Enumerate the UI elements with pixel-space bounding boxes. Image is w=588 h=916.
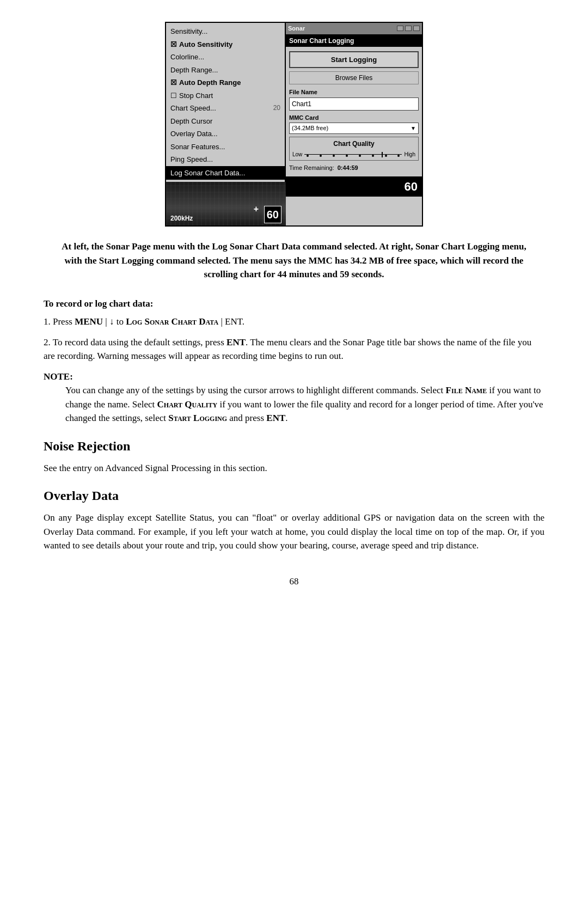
menu-item-chart-speed[interactable]: Chart Speed... 20 xyxy=(166,102,285,115)
instructions-heading: To record or log chart data: xyxy=(44,297,544,311)
time-remaining-row: Time Remaining: 0:44:59 xyxy=(289,163,419,173)
menu-item-colorline[interactable]: Colorline... xyxy=(166,51,285,64)
menu-item-ping-speed[interactable]: Ping Speed... xyxy=(166,153,285,166)
select-arrow-icon: ▼ xyxy=(411,124,416,132)
depth-plus-icon: + xyxy=(254,203,259,216)
screenshot-area: Sensitivity... ☒ Auto Sensitivity Colorl… xyxy=(44,22,544,227)
quality-slider-row: Low xyxy=(292,150,415,158)
title-control-2 xyxy=(405,26,412,31)
menu-item-auto-depth-range[interactable]: ☒ Auto Depth Range xyxy=(166,76,285,89)
file-name-input[interactable]: Chart1 xyxy=(289,97,419,111)
right-depth-value: 60 xyxy=(286,176,422,197)
dot-8 xyxy=(397,155,400,157)
menu-item-overlay-data[interactable]: Overlay Data... xyxy=(166,127,285,141)
overlay-data-heading: Overlay Data xyxy=(44,486,544,505)
noise-rejection-body: See the entry on Advanced Signal Process… xyxy=(44,461,544,475)
mmc-card-value: (34.2MB free) xyxy=(292,124,328,133)
caption-paragraph: At left, the Sonar Page menu with the Lo… xyxy=(44,240,544,282)
mmc-card-label: MMC Card xyxy=(289,113,419,123)
dot-6 xyxy=(372,155,374,157)
menu-item-sonar-features[interactable]: Sonar Features... xyxy=(166,141,285,154)
chart-quality-section: Chart Quality Low xyxy=(289,137,419,161)
sonar-chart-logging-title: Sonar Chart Logging xyxy=(286,35,422,47)
note-heading: NOTE: xyxy=(44,370,544,384)
dot-5 xyxy=(359,155,361,157)
sonar-title-bar: Sonar xyxy=(286,23,422,35)
menu-item-depth-range[interactable]: Depth Range... xyxy=(166,64,285,77)
title-control-1 xyxy=(397,26,403,31)
sonar-title-text: Sonar xyxy=(288,24,305,33)
note-text: You can change any of the settings by us… xyxy=(65,383,544,425)
menu-item-stop-chart[interactable]: ☐ Stop Chart xyxy=(166,89,285,102)
check-stop-chart: ☐ xyxy=(170,90,177,101)
mmc-card-select[interactable]: (34.2MB free) ▼ xyxy=(289,123,419,134)
quality-low-label: Low xyxy=(292,150,302,158)
page-number: 68 xyxy=(44,575,544,589)
menu-item-depth-cursor[interactable]: Depth Cursor xyxy=(166,115,285,128)
dot-4 xyxy=(346,155,348,157)
chart-quality-title: Chart Quality xyxy=(292,139,415,149)
check-auto-depth: ☒ xyxy=(170,77,177,88)
dot-3 xyxy=(333,155,335,157)
menu-item-sensitivity[interactable]: Sensitivity... xyxy=(166,25,285,38)
step1-text: 1. Press MENU | ↓ to Log Sonar Chart Dat… xyxy=(44,315,544,329)
menu-item-log-sonar[interactable]: Log Sonar Chart Data... xyxy=(166,166,285,180)
slider-line xyxy=(304,154,402,155)
check-auto-sensitivity: ☒ xyxy=(170,39,177,50)
note-block: You can change any of the settings by us… xyxy=(65,383,544,425)
step2-text: 2. To record data using the default sett… xyxy=(44,335,544,363)
dot-7 xyxy=(385,155,387,157)
quality-slider[interactable] xyxy=(304,152,402,156)
right-sonar-panel: Sonar Sonar Chart Logging Start Logging … xyxy=(286,23,422,225)
quality-high-label: High xyxy=(404,150,415,158)
menu-item-auto-sensitivity[interactable]: ☒ Auto Sensitivity xyxy=(166,38,285,51)
time-remaining-label: Time Remaining: xyxy=(289,163,334,173)
title-control-3 xyxy=(413,26,420,31)
slider-dots xyxy=(304,155,402,157)
sonar-depth-value: 60 xyxy=(264,206,281,223)
dual-screens: Sensitivity... ☒ Auto Sensitivity Colorl… xyxy=(165,22,423,227)
browse-files-button[interactable]: Browse Files xyxy=(289,71,419,84)
sonar-frequency: 200kHz xyxy=(170,213,193,223)
start-logging-button[interactable]: Start Logging xyxy=(289,51,419,69)
time-remaining-value: 0:44:59 xyxy=(338,163,358,173)
right-panel-body: Start Logging Browse Files File Name Cha… xyxy=(286,49,422,177)
noise-rejection-heading: Noise Rejection xyxy=(44,436,544,456)
title-controls xyxy=(397,26,420,31)
slider-marker xyxy=(382,152,383,157)
overlay-data-body: On any Page display except Satellite Sta… xyxy=(44,511,544,553)
sonar-image: + 200kHz 60 xyxy=(166,182,286,225)
dot-1 xyxy=(307,155,309,157)
file-name-label: File Name xyxy=(289,88,419,97)
dot-2 xyxy=(320,155,322,157)
left-sonar-panel: Sensitivity... ☒ Auto Sensitivity Colorl… xyxy=(166,23,286,225)
sonar-menu: Sensitivity... ☒ Auto Sensitivity Colorl… xyxy=(166,23,285,182)
